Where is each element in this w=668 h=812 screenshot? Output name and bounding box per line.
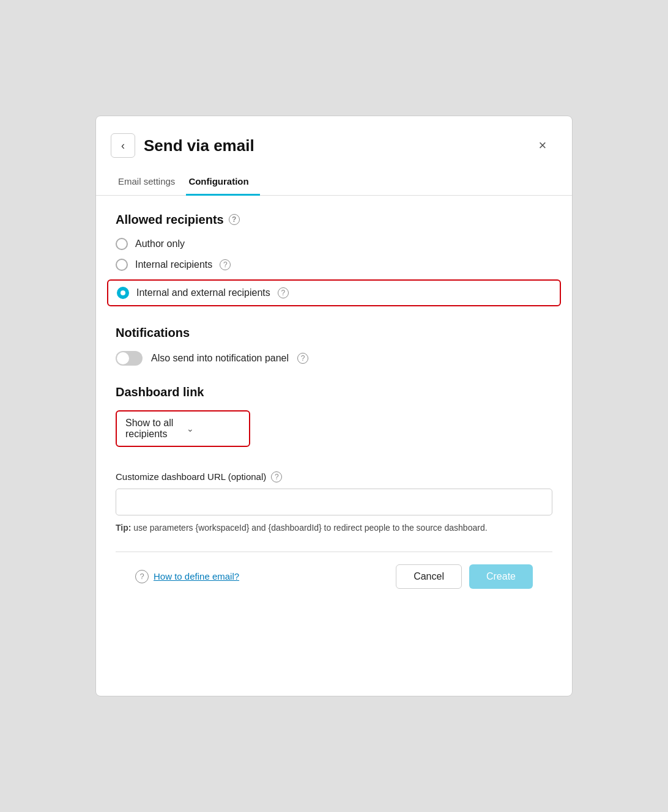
footer-help: ? How to define email? bbox=[135, 570, 239, 583]
allowed-recipients-section-title: Allowed recipients ? bbox=[116, 213, 552, 227]
internal-external-help-icon[interactable]: ? bbox=[278, 287, 289, 298]
footer-help-link[interactable]: How to define email? bbox=[154, 571, 239, 581]
dialog-header: ‹ Send via email × bbox=[96, 116, 572, 158]
chevron-down-icon: ⌄ bbox=[187, 424, 240, 434]
radio-author-only-input[interactable] bbox=[116, 238, 128, 250]
tabs-container: Email settings Configuration bbox=[96, 170, 572, 196]
notification-panel-help-icon[interactable]: ? bbox=[297, 353, 308, 364]
dashboard-link-section-title: Dashboard link bbox=[116, 385, 552, 399]
radio-internal-external-recipients[interactable]: Internal and external recipients ? bbox=[107, 279, 561, 306]
dashboard-link-section: Dashboard link Show to all recipients ⌄ bbox=[116, 385, 552, 459]
radio-author-only-label: Author only bbox=[135, 238, 185, 249]
notification-toggle-row: Also send into notification panel ? bbox=[116, 351, 552, 366]
customize-url-section: Customize dashboard URL (optional) ? Tip… bbox=[116, 471, 552, 534]
allowed-recipients-radio-group: Author only Internal recipients ? Intern… bbox=[116, 238, 552, 306]
tab-email-settings[interactable]: Email settings bbox=[116, 170, 186, 196]
customize-url-label: Customize dashboard URL (optional) ? bbox=[116, 471, 552, 482]
dialog-body: Allowed recipients ? Author only Interna… bbox=[96, 196, 572, 696]
radio-internal-recipients-input[interactable] bbox=[116, 259, 128, 271]
notifications-section: Notifications Also send into notificatio… bbox=[116, 326, 552, 366]
send-via-email-dialog: ‹ Send via email × Email settings Config… bbox=[95, 116, 573, 696]
notifications-section-title: Notifications bbox=[116, 326, 552, 340]
tab-configuration[interactable]: Configuration bbox=[186, 170, 259, 196]
tip-text: Tip: use parameters {workspaceId} and {d… bbox=[116, 522, 552, 534]
radio-author-only[interactable]: Author only bbox=[116, 238, 552, 250]
customize-url-input[interactable] bbox=[116, 489, 552, 515]
create-button[interactable]: Create bbox=[469, 564, 533, 589]
footer-divider bbox=[116, 552, 552, 552]
close-button[interactable]: × bbox=[533, 136, 552, 155]
notification-panel-toggle[interactable] bbox=[116, 351, 143, 366]
internal-recipients-help-icon[interactable]: ? bbox=[220, 259, 231, 270]
footer-help-icon[interactable]: ? bbox=[135, 570, 149, 583]
allowed-recipients-help-icon[interactable]: ? bbox=[229, 214, 240, 225]
radio-internal-external-label: Internal and external recipients bbox=[136, 287, 270, 298]
radio-internal-external-input[interactable] bbox=[117, 287, 129, 299]
cancel-button[interactable]: Cancel bbox=[396, 564, 462, 589]
dashboard-link-select-value: Show to all recipients bbox=[125, 418, 179, 440]
back-button[interactable]: ‹ bbox=[111, 133, 135, 158]
footer-buttons: Cancel Create bbox=[396, 564, 533, 589]
radio-internal-recipients[interactable]: Internal recipients ? bbox=[116, 259, 552, 271]
dialog-title: Send via email bbox=[144, 136, 524, 155]
notification-panel-label: Also send into notification panel bbox=[151, 353, 289, 364]
dashboard-link-select[interactable]: Show to all recipients ⌄ bbox=[116, 410, 250, 447]
customize-url-help-icon[interactable]: ? bbox=[271, 471, 282, 482]
radio-internal-recipients-label: Internal recipients bbox=[135, 259, 212, 270]
dialog-footer: ? How to define email? Cancel Create bbox=[116, 564, 552, 606]
